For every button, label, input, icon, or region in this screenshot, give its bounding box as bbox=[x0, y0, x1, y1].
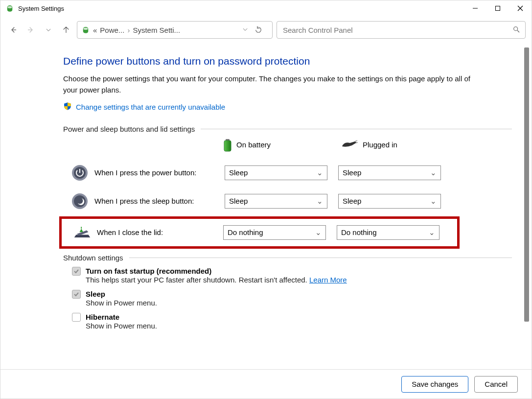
close-lid-battery-select[interactable]: Do nothing⌄ bbox=[223, 225, 326, 240]
svg-point-8 bbox=[514, 26, 518, 30]
hibernate-title: Hibernate bbox=[86, 313, 119, 321]
row-power-button: When I press the power button: Sleep⌄ Sl… bbox=[63, 159, 512, 187]
close-lid-plugged-select[interactable]: Do nothing⌄ bbox=[337, 225, 439, 240]
app-icon bbox=[5, 4, 14, 13]
svg-line-12 bbox=[355, 141, 357, 141]
titlebar: System Settings bbox=[0, 0, 532, 16]
page-intro: Choose the power settings that you want … bbox=[63, 73, 474, 96]
breadcrumb-part-1[interactable]: Powe... bbox=[100, 26, 124, 34]
shutdown-hibernate: Hibernate Show in Power menu. bbox=[72, 313, 512, 330]
highlight-close-lid: When I close the lid: Do nothing⌄ Do not… bbox=[59, 216, 460, 249]
fast-startup-title: Turn on fast startup (recommended) bbox=[86, 267, 211, 275]
change-settings-link[interactable]: Change settings that are currently unava… bbox=[76, 103, 225, 111]
toolbar: « Powe... › System Setti... bbox=[0, 16, 532, 44]
section-shutdown-label: Shutdown settings bbox=[63, 254, 123, 262]
content-area: Define power buttons and turn on passwor… bbox=[0, 44, 532, 368]
row-sleep-button-label: When I press the sleep button: bbox=[94, 197, 225, 205]
row-power-button-label: When I press the power button: bbox=[94, 168, 225, 177]
shutdown-sleep: Sleep Show in Power menu. bbox=[72, 290, 512, 307]
nav-up-button[interactable] bbox=[59, 23, 73, 37]
maximize-button[interactable] bbox=[486, 0, 509, 16]
breadcrumb-prefix: « bbox=[93, 26, 97, 34]
fast-startup-desc: This helps start your PC faster after sh… bbox=[86, 276, 512, 284]
search-input[interactable] bbox=[282, 25, 512, 35]
minimize-button[interactable] bbox=[464, 0, 486, 16]
sleep-button-icon bbox=[71, 192, 89, 210]
laptop-lid-icon bbox=[73, 224, 91, 241]
row-close-lid-label: When I close the lid: bbox=[97, 228, 223, 236]
search-box[interactable] bbox=[277, 21, 526, 39]
window: System Settings « Powe... › System Setti… bbox=[0, 0, 532, 399]
svg-line-9 bbox=[517, 30, 519, 32]
battery-icon bbox=[223, 138, 231, 152]
hibernate-desc: Show in Power menu. bbox=[86, 322, 512, 330]
sleep-title: Sleep bbox=[86, 290, 105, 298]
shield-icon bbox=[63, 102, 72, 112]
scrollbar-thumb[interactable] bbox=[524, 47, 529, 322]
column-header-battery: On battery bbox=[223, 138, 325, 152]
refresh-button[interactable] bbox=[253, 25, 264, 34]
svg-point-7 bbox=[84, 28, 88, 30]
chevron-down-icon: ⌄ bbox=[317, 197, 323, 206]
chevron-down-icon: ⌄ bbox=[430, 197, 437, 206]
shutdown-fast-startup: Turn on fast startup (recommended) This … bbox=[72, 267, 512, 284]
chevron-down-icon: ⌄ bbox=[430, 168, 437, 177]
scrollbar[interactable] bbox=[524, 47, 530, 364]
sleep-checkbox[interactable] bbox=[72, 290, 81, 299]
svg-line-13 bbox=[356, 142, 358, 143]
fast-startup-checkbox[interactable] bbox=[72, 267, 81, 276]
breadcrumb-part-2[interactable]: System Setti... bbox=[133, 26, 180, 34]
search-icon[interactable] bbox=[512, 25, 520, 35]
chevron-down-icon: ⌄ bbox=[315, 228, 322, 237]
nav-forward-button[interactable] bbox=[24, 23, 38, 37]
svg-point-0 bbox=[8, 6, 12, 9]
nav-history-button[interactable] bbox=[42, 23, 55, 37]
breadcrumb[interactable]: « Powe... › System Setti... bbox=[77, 21, 273, 39]
sleep-button-battery-select[interactable]: Sleep⌄ bbox=[225, 194, 327, 209]
sleep-button-plugged-select[interactable]: Sleep⌄ bbox=[338, 194, 441, 209]
breadcrumb-icon bbox=[81, 25, 90, 34]
footer: Save changes Cancel bbox=[0, 369, 532, 399]
power-button-plugged-select[interactable]: Sleep⌄ bbox=[338, 165, 441, 180]
power-button-icon bbox=[71, 164, 89, 182]
plug-icon bbox=[341, 140, 358, 150]
row-close-lid: When I close the lid: Do nothing⌄ Do not… bbox=[62, 220, 457, 245]
save-button[interactable]: Save changes bbox=[401, 376, 468, 393]
section-power-sleep-label: Power and sleep buttons and lid settings bbox=[63, 125, 195, 133]
sleep-desc: Show in Power menu. bbox=[86, 299, 512, 307]
svg-rect-11 bbox=[224, 141, 231, 151]
column-header-plugged-label: Plugged in bbox=[363, 141, 397, 149]
svg-rect-2 bbox=[496, 6, 500, 11]
row-sleep-button: When I press the sleep button: Sleep⌄ Sl… bbox=[63, 187, 512, 215]
column-header-plugged: Plugged in bbox=[341, 138, 444, 152]
column-header-battery-label: On battery bbox=[236, 141, 271, 149]
breadcrumb-dropdown-button[interactable] bbox=[242, 26, 249, 34]
divider bbox=[201, 129, 512, 129]
chevron-down-icon: ⌄ bbox=[429, 228, 435, 237]
divider bbox=[129, 258, 512, 258]
chevron-right-icon: › bbox=[127, 26, 130, 34]
close-button[interactable] bbox=[509, 0, 532, 16]
learn-more-link[interactable]: Learn More bbox=[309, 276, 347, 284]
hibernate-checkbox[interactable] bbox=[72, 313, 81, 322]
window-title: System Settings bbox=[18, 5, 64, 12]
chevron-down-icon: ⌄ bbox=[317, 168, 323, 177]
nav-back-button[interactable] bbox=[6, 23, 20, 37]
page-heading: Define power buttons and turn on passwor… bbox=[63, 55, 512, 67]
power-button-battery-select[interactable]: Sleep⌄ bbox=[225, 165, 327, 180]
cancel-button[interactable]: Cancel bbox=[474, 376, 518, 393]
